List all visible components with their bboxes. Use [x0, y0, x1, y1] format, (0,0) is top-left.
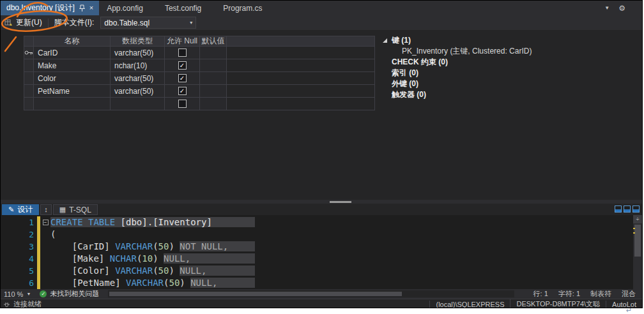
header-data-type: 数据类型 [111, 36, 165, 47]
keys-panel-item[interactable]: 触发器 (0) [383, 89, 532, 100]
close-icon[interactable]: × [89, 4, 93, 11]
float-pane-icon[interactable] [615, 206, 622, 213]
swap-arrows-icon: ↕ [44, 206, 48, 213]
allow-null-checkbox[interactable]: ✓ [178, 49, 187, 57]
row-indicator-cell[interactable] [24, 72, 34, 85]
script-icon: ▦ [59, 206, 66, 213]
split-window-handle[interactable]: ÷ [633, 215, 642, 223]
maximize-pane-icon[interactable] [624, 206, 631, 213]
script-file-combobox[interactable]: dbo.Table.sql ▾ [100, 17, 196, 29]
keys-panel-item[interactable]: CHECK 约束 (0) [383, 57, 532, 68]
design-icon: ✎ [8, 206, 14, 213]
column-name-cell[interactable] [34, 98, 111, 110]
table-row: Colorvarchar(50)✓ [24, 72, 375, 85]
tab-tsql[interactable]: ▦ T-SQL [53, 204, 98, 215]
table-row: PetNamevarchar(50)✓ [24, 85, 375, 98]
keys-panel-item[interactable]: 外键 (0) [383, 78, 532, 89]
tab-program-cs[interactable]: Program.cs [223, 4, 262, 13]
code-text: CREATE TABLE [dbo].[Inventory] [50, 216, 255, 228]
default-value-cell[interactable] [200, 59, 227, 72]
health-check-icon: ✓ [40, 290, 47, 297]
close-pane-icon[interactable] [632, 206, 640, 213]
code-line: 2( [1, 228, 633, 241]
line-number: 5 [1, 265, 37, 277]
screenshot-root: dbo.Inventory [设计] × App.configTest.conf… [0, 0, 644, 314]
data-type-cell[interactable] [111, 98, 165, 110]
header-allow-null: 允许 Null [165, 36, 200, 47]
allow-null-cell[interactable]: ✓ [165, 47, 200, 59]
allow-null-checkbox[interactable]: ✓ [178, 61, 187, 70]
update-icon [4, 19, 13, 27]
code-text: [Make] NCHAR(10) NULL, [50, 253, 255, 265]
code-line: 6 [PetName] VARCHAR(50) NULL, [1, 277, 633, 289]
allow-null-cell[interactable]: ✓ [165, 98, 200, 110]
column-name-cell[interactable]: PetName [34, 85, 111, 98]
tab-label: dbo.Inventory [设计] [6, 3, 75, 13]
header-name: 名称 [34, 36, 111, 47]
toolbar-separator [48, 19, 49, 27]
column-name-cell[interactable]: CarID [34, 47, 111, 59]
column-name-cell[interactable]: Color [34, 72, 111, 85]
default-value-cell[interactable] [200, 72, 227, 85]
row-indicator-cell[interactable] [24, 59, 34, 72]
splitter-grip-icon[interactable] [330, 201, 351, 203]
vscrollbar-thumb[interactable] [634, 225, 641, 257]
swap-panes-button[interactable]: ↕ [40, 204, 52, 215]
row-indicator-cell[interactable] [24, 85, 34, 98]
data-type-cell[interactable]: varchar(50) [111, 72, 165, 85]
editor-status-row: 110 % ▼ ✓ 未找到相关问题 行: 1 字符: 1 制表符 混合 [1, 289, 642, 299]
keys-panel-item[interactable]: 索引 (0) [383, 68, 532, 78]
pin-icon[interactable] [79, 4, 85, 12]
tab-design[interactable]: ✎ 设计 [2, 204, 39, 215]
column-designer-grid: 名称 数据类型 允许 Null 默认值 CarIDvarchar(50)✓Mak… [24, 36, 375, 110]
tsql-editor[interactable]: 1−CREATE TABLE [dbo].[Inventory] 2(3 [Ca… [1, 215, 642, 289]
tabs-mode-indicator: 制表符 [590, 289, 611, 299]
tab-dbo-inventory-design[interactable]: dbo.Inventory [设计] × [1, 1, 99, 15]
zoom-caret-icon: ▼ [26, 292, 31, 296]
document-tabbar: dbo.Inventory [设计] × App.configTest.conf… [1, 1, 642, 15]
header-default-value: 默认值 [200, 36, 227, 47]
tab-list-dropdown-icon[interactable]: ▼ [604, 5, 610, 11]
zoom-select[interactable]: 110 % ▼ [4, 290, 31, 298]
caret-line-indicator: 行: 1 [533, 289, 548, 299]
primary-key-item[interactable]: PK_Inventory (主键, Clustered: CarID) [383, 46, 532, 57]
data-type-cell[interactable]: varchar(50) [111, 47, 165, 59]
check-icon: ✓ [180, 63, 185, 69]
editor-hscrollbar[interactable] [108, 290, 514, 297]
allow-null-checkbox[interactable]: ✓ [178, 87, 187, 95]
paragraph-mark: ↵ [626, 306, 632, 314]
allow-null-cell[interactable]: ✓ [165, 59, 200, 72]
table-row: ✓ [24, 98, 375, 110]
connection-icon [3, 301, 10, 308]
expander-icon[interactable] [383, 38, 387, 43]
default-value-cell[interactable] [200, 98, 227, 110]
allow-null-cell[interactable]: ✓ [165, 72, 200, 85]
code-area[interactable]: 1−CREATE TABLE [dbo].[Inventory] 2(3 [Ca… [1, 216, 633, 289]
hscrollbar-thumb[interactable] [109, 292, 401, 296]
update-button[interactable]: 更新(U) [16, 17, 42, 28]
keys-category[interactable]: 键 (1) [383, 35, 532, 46]
fold-margin: − [40, 216, 50, 228]
allow-null-checkbox[interactable]: ✓ [178, 74, 187, 82]
grid-filler-cell [227, 98, 375, 110]
column-name-cell[interactable]: Make [34, 59, 111, 72]
row-indicator-cell[interactable] [24, 47, 34, 59]
gear-icon[interactable]: ⚙ [618, 4, 625, 13]
data-type-cell[interactable]: nchar(10) [111, 59, 165, 72]
default-value-cell[interactable] [200, 85, 227, 98]
tab-app-config[interactable]: App.config [107, 4, 143, 13]
grid-header-row: 名称 数据类型 允许 Null 默认值 [24, 36, 375, 47]
table-row: Makenchar(10)✓ [24, 59, 375, 72]
default-value-cell[interactable] [200, 47, 227, 59]
tab-test-config[interactable]: Test.config [165, 4, 201, 13]
allow-null-checkbox[interactable]: ✓ [178, 100, 187, 108]
fold-margin [40, 253, 50, 265]
allow-null-cell[interactable]: ✓ [165, 85, 200, 98]
inactive-tabs: App.configTest.configProgram.cs [107, 1, 262, 15]
collapse-icon[interactable]: − [43, 220, 49, 225]
row-indicator-cell[interactable] [24, 98, 34, 110]
data-type-cell[interactable]: varchar(50) [111, 85, 165, 98]
fold-margin [40, 241, 50, 253]
status-segment: AutoLot [606, 301, 642, 308]
editor-vscrollbar[interactable]: ÷ [633, 215, 642, 289]
